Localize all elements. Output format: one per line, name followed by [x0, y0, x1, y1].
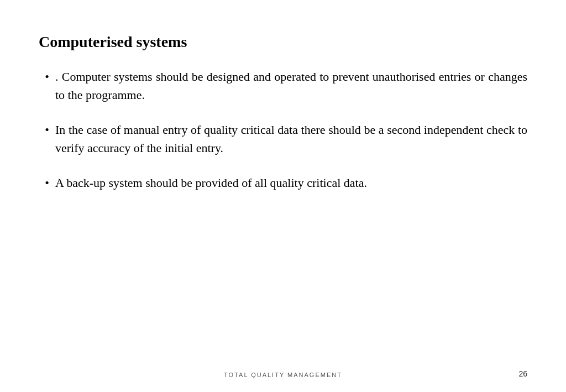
- bullet-dot-3: •: [39, 174, 55, 192]
- bullet-list: • . Computer systems should be designed …: [39, 67, 527, 192]
- list-item: • In the case of manual entry of quality…: [39, 121, 527, 157]
- bullet-dot-2: •: [39, 121, 55, 139]
- footer-page-number: 26: [518, 369, 527, 378]
- footer: TOTAL QUALITY MANAGEMENT: [0, 372, 566, 378]
- slide-title: Computerised systems: [39, 33, 527, 51]
- bullet-text-3: A back-up system should be provided of a…: [55, 174, 527, 192]
- list-item: • A back-up system should be provided of…: [39, 174, 527, 192]
- footer-title: TOTAL QUALITY MANAGEMENT: [224, 372, 342, 378]
- bullet-text-2: In the case of manual entry of quality c…: [55, 121, 527, 157]
- slide-container: Computerised systems • . Computer system…: [0, 0, 566, 392]
- list-item: • . Computer systems should be designed …: [39, 67, 527, 104]
- bullet-dot-1: •: [39, 67, 55, 86]
- bullet-text-1: . Computer systems should be designed an…: [55, 67, 527, 104]
